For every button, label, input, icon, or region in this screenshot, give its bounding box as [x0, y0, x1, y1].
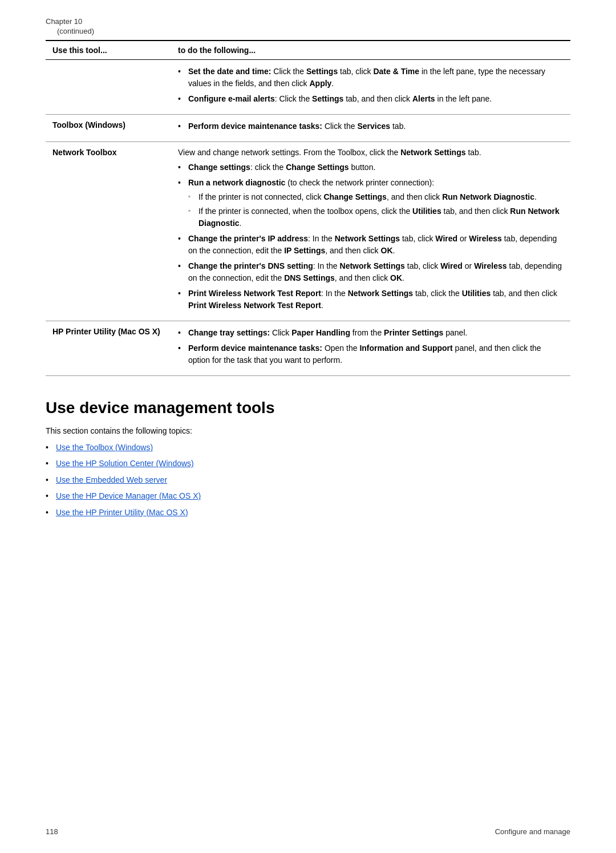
list-item: Print Wireless Network Test Report: In t…	[178, 288, 564, 312]
content-cell-3: View and change network settings. From t…	[171, 142, 570, 321]
link-hp-device-manager[interactable]: Use the HP Device Manager (Mac OS X)	[56, 491, 201, 500]
page-footer: 118 Configure and manage	[46, 827, 570, 836]
content-cell-2: Perform device maintenance tasks: Click …	[171, 115, 570, 142]
list-item: Configure e-mail alerts: Click the Setti…	[178, 93, 564, 105]
col1-header: Use this tool...	[46, 41, 171, 60]
continued-label: (continued)	[57, 27, 570, 35]
chapter-label: Chapter 10	[46, 17, 570, 26]
list-item: Use the Embedded Web server	[46, 474, 570, 486]
list-item: Change settings: click the Change Settin…	[178, 161, 564, 173]
list-item: If the printer is not connected, click C…	[188, 191, 564, 203]
list-item: Change tray settings: Click Paper Handli…	[178, 327, 564, 339]
link-hp-solution-center[interactable]: Use the HP Solution Center (Windows)	[56, 459, 194, 468]
link-list: Use the Toolbox (Windows) Use the HP Sol…	[46, 441, 570, 519]
network-toolbox-intro: View and change network settings. From t…	[178, 148, 564, 157]
list-item: Change the printer's DNS setting: In the…	[178, 260, 564, 284]
link-hp-printer-utility[interactable]: Use the HP Printer Utility (Mac OS X)	[56, 508, 188, 517]
list-item: Use the HP Solution Center (Windows)	[46, 457, 570, 470]
list-item: Use the HP Device Manager (Mac OS X)	[46, 490, 570, 502]
list-item: Run a network diagnostic (to check the n…	[178, 177, 564, 229]
content-cell-1: Set the date and time: Click the Setting…	[171, 60, 570, 115]
list-item: Perform device maintenance tasks: Open t…	[178, 342, 564, 366]
table-row: Set the date and time: Click the Setting…	[46, 60, 570, 115]
tool-cell-3: Network Toolbox	[46, 142, 171, 321]
link-embedded-web-server[interactable]: Use the Embedded Web server	[56, 475, 167, 484]
tool-cell-2: Toolbox (Windows)	[46, 115, 171, 142]
content-cell-4: Change tray settings: Click Paper Handli…	[171, 321, 570, 376]
list-item: Set the date and time: Click the Setting…	[178, 66, 564, 90]
tool-cell-4: HP Printer Utility (Mac OS X)	[46, 321, 171, 376]
tool-cell-1	[46, 60, 171, 115]
col2-header: to do the following...	[171, 41, 570, 60]
list-item: Perform device maintenance tasks: Click …	[178, 120, 564, 132]
table-row: Network Toolbox View and change network …	[46, 142, 570, 321]
page-label: Configure and manage	[495, 827, 570, 836]
list-item: Use the Toolbox (Windows)	[46, 441, 570, 454]
link-toolbox-windows[interactable]: Use the Toolbox (Windows)	[56, 443, 153, 452]
list-item: Use the HP Printer Utility (Mac OS X)	[46, 506, 570, 519]
page-number: 118	[46, 827, 58, 836]
list-item: If the printer is connected, when the to…	[188, 205, 564, 229]
section-intro: This section contains the following topi…	[46, 426, 570, 435]
section-heading: Use device management tools	[46, 399, 570, 417]
table-row: HP Printer Utility (Mac OS X) Change tra…	[46, 321, 570, 376]
main-table: Use this tool... to do the following... …	[46, 40, 570, 376]
list-item: Change the printer's IP address: In the …	[178, 233, 564, 257]
table-row: Toolbox (Windows) Perform device mainten…	[46, 115, 570, 142]
